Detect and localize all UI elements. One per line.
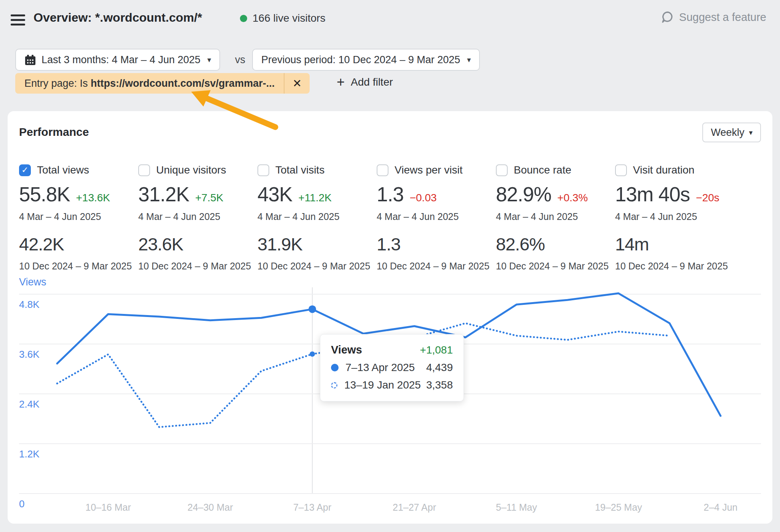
tooltip-delta: +1,081 (420, 344, 453, 356)
metric-period: 4 Mar – 4 Jun 2025 (138, 211, 257, 222)
svg-text:0: 0 (19, 498, 24, 510)
metric-prev-value: 14m (615, 234, 734, 255)
date-range-label: Last 3 months: 4 Mar – 4 Jun 2025 (42, 54, 200, 66)
metric-value: 55.8K (19, 183, 70, 206)
metric-bounce-rate: Bounce rate 82.9%+0.3% 4 Mar – 4 Jun 202… (496, 164, 615, 272)
svg-text:24–30 Mar: 24–30 Mar (187, 502, 233, 513)
metric-prev-period: 10 Dec 2024 – 9 Mar 2025 (138, 261, 257, 272)
tooltip-title: Views (331, 344, 362, 356)
metric-prev-period: 10 Dec 2024 – 9 Mar 2025 (496, 261, 615, 272)
checkbox-icon[interactable] (377, 164, 388, 176)
checkbox-icon[interactable] (615, 164, 627, 176)
metric-period: 4 Mar – 4 Jun 2025 (377, 211, 496, 222)
metric-period: 4 Mar – 4 Jun 2025 (257, 211, 377, 222)
svg-text:2.4K: 2.4K (19, 398, 40, 410)
checkbox-icon[interactable] (496, 164, 508, 176)
suggest-feature-label: Suggest a feature (679, 11, 766, 24)
views-line-chart[interactable]: 4.8K3.6K2.4K1.2K010–16 Mar24–30 Mar7–13 … (0, 282, 780, 532)
metric-prev-value: 82.6% (496, 234, 615, 255)
metric-toggle[interactable]: Views per visit (377, 164, 496, 177)
metric-period: 4 Mar – 4 Jun 2025 (19, 211, 138, 222)
tooltip-row-previous: 13–19 Jan 2025 3,358 (331, 379, 453, 391)
entry-page-filter-text: Entry page: Is https://wordcount.com/sv/… (15, 78, 284, 89)
metric-prev-period: 10 Dec 2024 – 9 Mar 2025 (615, 261, 734, 272)
metric-views-per-visit: Views per visit 1.3−0.03 4 Mar – 4 Jun 2… (377, 164, 496, 272)
svg-text:21–27 Apr: 21–27 Apr (393, 502, 436, 513)
metric-toggle[interactable]: Visit duration (615, 164, 734, 177)
svg-text:3.6K: 3.6K (19, 349, 40, 360)
metric-prev-value: 23.6K (138, 234, 257, 255)
metric-delta: +0.3% (557, 192, 588, 204)
metric-toggle[interactable]: Bounce rate (496, 164, 615, 177)
metric-toggle[interactable]: ✓ Total views (19, 164, 138, 177)
metric-period: 4 Mar – 4 Jun 2025 (615, 211, 734, 222)
metric-total-views: ✓ Total views 55.8K+13.6K 4 Mar – 4 Jun … (19, 164, 138, 272)
dashed-circle-icon (331, 382, 337, 389)
metric-value: 1.3 (377, 183, 404, 206)
compare-period-label: Previous period: 10 Dec 2024 – 9 Mar 202… (261, 54, 460, 66)
metric-delta: −0.03 (410, 192, 437, 204)
svg-text:1.2K: 1.2K (19, 448, 40, 460)
metric-value: 43K (257, 183, 292, 206)
close-icon: ✕ (292, 77, 302, 90)
metric-delta: +7.5K (195, 192, 224, 204)
metrics-row: ✓ Total views 55.8K+13.6K 4 Mar – 4 Jun … (19, 164, 734, 272)
compare-period-dropdown[interactable]: Previous period: 10 Dec 2024 – 9 Mar 202… (252, 49, 480, 71)
tooltip-row-current: 7–13 Apr 2025 4,439 (331, 362, 453, 374)
svg-text:7–13 Apr: 7–13 Apr (293, 502, 331, 513)
suggest-feature-button[interactable]: Suggest a feature (661, 11, 766, 24)
metric-toggle[interactable]: Unique visitors (138, 164, 257, 177)
metric-delta: −20s (696, 192, 719, 204)
checkbox-icon[interactable] (138, 164, 150, 176)
plus-icon: + (337, 75, 345, 89)
metric-value: 82.9% (496, 183, 551, 206)
solid-dot-icon (331, 364, 339, 371)
metric-prev-value: 42.2K (19, 234, 138, 255)
metric-delta: +11.2K (298, 192, 331, 204)
chevron-down-icon: ▾ (207, 55, 211, 64)
entry-page-filter-chip[interactable]: Entry page: Is https://wordcount.com/sv/… (15, 73, 310, 94)
metric-unique-visitors: Unique visitors 31.2K+7.5K 4 Mar – 4 Jun… (138, 164, 257, 272)
metric-period: 4 Mar – 4 Jun 2025 (496, 211, 615, 222)
chevron-down-icon: ▾ (749, 128, 753, 137)
svg-text:19–25 May: 19–25 May (595, 502, 642, 513)
live-dot-icon (240, 15, 247, 22)
interval-label: Weekly (711, 127, 744, 139)
analytics-overview-page: { "icons": { "caret": "▾", "close": "✕",… (0, 0, 780, 532)
date-range-dropdown[interactable]: Last 3 months: 4 Mar – 4 Jun 2025 ▾ (15, 49, 220, 71)
metric-value: 31.2K (138, 183, 189, 206)
add-filter-button[interactable]: + Add filter (337, 75, 393, 89)
menu-icon[interactable] (11, 14, 25, 26)
svg-text:5–11 May: 5–11 May (496, 502, 537, 513)
metric-prev-period: 10 Dec 2024 – 9 Mar 2025 (19, 261, 138, 272)
live-visitors: 166 live visitors (240, 12, 325, 24)
metric-value: 13m 40s (615, 183, 690, 206)
remove-filter-button[interactable]: ✕ (285, 73, 310, 94)
svg-text:10–16 Mar: 10–16 Mar (85, 502, 131, 513)
metric-prev-value: 31.9K (257, 234, 377, 255)
metric-prev-value: 1.3 (377, 234, 496, 255)
checkbox-icon[interactable] (257, 164, 269, 176)
add-filter-label: Add filter (351, 76, 393, 88)
metric-visit-duration: Visit duration 13m 40s−20s 4 Mar – 4 Jun… (615, 164, 734, 272)
svg-text:4.8K: 4.8K (19, 299, 40, 310)
calendar-icon (24, 54, 36, 66)
performance-title: Performance (19, 126, 89, 139)
chat-bubble-icon (661, 11, 674, 24)
chart-tooltip: Views +1,081 7–13 Apr 2025 4,439 13–19 J… (320, 334, 464, 401)
metric-total-visits: Total visits 43K+11.2K 4 Mar – 4 Jun 202… (257, 164, 377, 272)
entry-page-filter-value: https://wordcount.com/sv/grammar-... (91, 78, 275, 89)
chevron-down-icon: ▾ (467, 55, 471, 64)
metric-prev-period: 10 Dec 2024 – 9 Mar 2025 (257, 261, 377, 272)
live-visitors-label: 166 live visitors (253, 12, 325, 24)
metric-prev-period: 10 Dec 2024 – 9 Mar 2025 (377, 261, 496, 272)
vs-label: vs (235, 54, 245, 66)
checkbox-icon[interactable]: ✓ (19, 164, 31, 176)
metric-toggle[interactable]: Total visits (257, 164, 377, 177)
interval-dropdown[interactable]: Weekly ▾ (702, 123, 761, 142)
page-title: Overview: *.wordcount.com/* (34, 11, 202, 25)
metric-delta: +13.6K (76, 192, 110, 204)
svg-text:2–4 Jun: 2–4 Jun (704, 502, 738, 513)
